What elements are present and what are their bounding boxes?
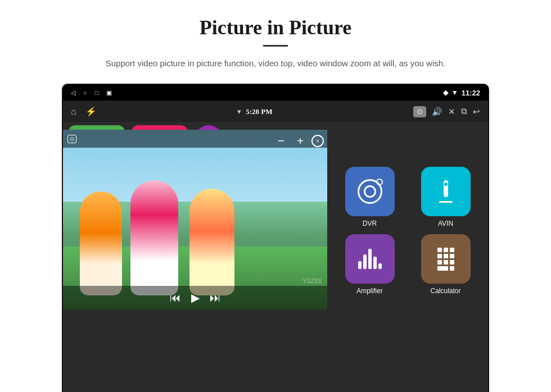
prev-button[interactable]: ⏮	[170, 291, 181, 304]
home-icon[interactable]: ⌂	[71, 107, 76, 117]
back-icon[interactable]: ↩	[473, 107, 480, 117]
calculator-label: Calculator	[430, 287, 460, 295]
back-arrow-icon: ◁	[71, 89, 75, 97]
wifi-small-icon: ▾	[237, 107, 241, 116]
nav-bar: ⌂ ⚡ ▾ 5:28 PM ⊙ 🔊 ✕ ⧉ ↩	[63, 101, 488, 123]
nav-bar-left: ⌂ ⚡	[71, 106, 97, 117]
pip-record-icon: ⊙	[67, 135, 76, 143]
dvr-app[interactable]: DVR	[335, 167, 404, 227]
nav-bar-center: ▾ 5:28 PM	[237, 107, 272, 116]
play-button[interactable]: ▶	[191, 291, 200, 304]
window-resize-icon[interactable]: ⧉	[461, 107, 467, 116]
close-x-icon[interactable]: ✕	[448, 107, 455, 117]
bottom-labels: Netflix SiriusXM Wheelkey Study Amplifie…	[63, 382, 488, 392]
title-divider	[263, 45, 288, 47]
square-icon: □	[95, 89, 99, 96]
avin-label: AVIN	[438, 220, 453, 227]
device-frame: ◁ ○ □ ▣ ◆ ▼ 11:22 ⌂ ⚡ ▾ 5:28 PM ⊙	[62, 84, 489, 392]
status-time: 11:22	[462, 89, 480, 97]
status-bar-right: ◆ ▼ 11:22	[443, 89, 480, 97]
pip-playback-controls: ⏮ ▶ ⏭	[63, 286, 327, 309]
status-bar: ◁ ○ □ ▣ ◆ ▼ 11:22	[63, 85, 488, 101]
avin-icon-shape	[439, 180, 453, 203]
page-wrapper: Picture in Picture Support video picture…	[0, 0, 551, 392]
bookmark-icon: ▣	[106, 89, 112, 97]
dvr-signal-dot	[376, 179, 383, 185]
video-area: YGZSS ⊙ − + ×	[63, 130, 327, 309]
avin-icon[interactable]	[421, 167, 471, 216]
dvr-icon-shape	[358, 179, 382, 204]
page-subtitle: Support video picture in picture functio…	[106, 57, 445, 70]
nav-time: 5:28 PM	[246, 107, 272, 116]
avin-app[interactable]: AVIN	[411, 167, 480, 227]
calculator-app[interactable]: Calculator	[411, 234, 480, 295]
wifi-icon: ▼	[451, 89, 458, 97]
calculator-icon-shape	[435, 245, 457, 273]
amplifier-icon[interactable]	[345, 234, 395, 284]
calculator-icon[interactable]	[421, 234, 471, 284]
location-icon: ◆	[443, 89, 448, 97]
dvr-label: DVR	[363, 220, 377, 227]
main-area: YGZSS ⊙ − + ×	[63, 123, 488, 382]
app-grid: DVR AVIN	[333, 167, 482, 295]
nav-bar-right: ⊙ 🔊 ✕ ⧉ ↩	[413, 106, 480, 117]
amplifier-icon-shape	[358, 249, 382, 269]
next-button[interactable]: ⏭	[210, 291, 221, 304]
watermark: YGZSS	[302, 278, 322, 284]
camera-icon[interactable]: ⊙	[413, 106, 426, 117]
video-background: YGZSS	[63, 130, 327, 309]
pip-resize-controls[interactable]: − + ×	[273, 133, 324, 149]
pip-minus-button[interactable]: −	[273, 133, 289, 149]
volume-icon[interactable]: 🔊	[432, 107, 442, 117]
usb-icon: ⚡	[85, 106, 97, 117]
dvr-icon[interactable]	[345, 167, 395, 216]
amplifier-label: Amplifier	[356, 287, 383, 295]
pip-container: YGZSS ⊙ − + ×	[63, 123, 327, 382]
status-bar-left: ◁ ○ □ ▣	[71, 89, 112, 97]
home-circle-icon: ○	[83, 89, 87, 96]
app-grid-area: DVR AVIN	[327, 123, 488, 382]
apps-top-row	[333, 127, 482, 161]
pip-close-button[interactable]: ×	[311, 135, 324, 147]
amplifier-app[interactable]: Amplifier	[335, 234, 404, 295]
pip-plus-button[interactable]: +	[292, 133, 308, 149]
page-title: Picture in Picture	[200, 16, 352, 39]
